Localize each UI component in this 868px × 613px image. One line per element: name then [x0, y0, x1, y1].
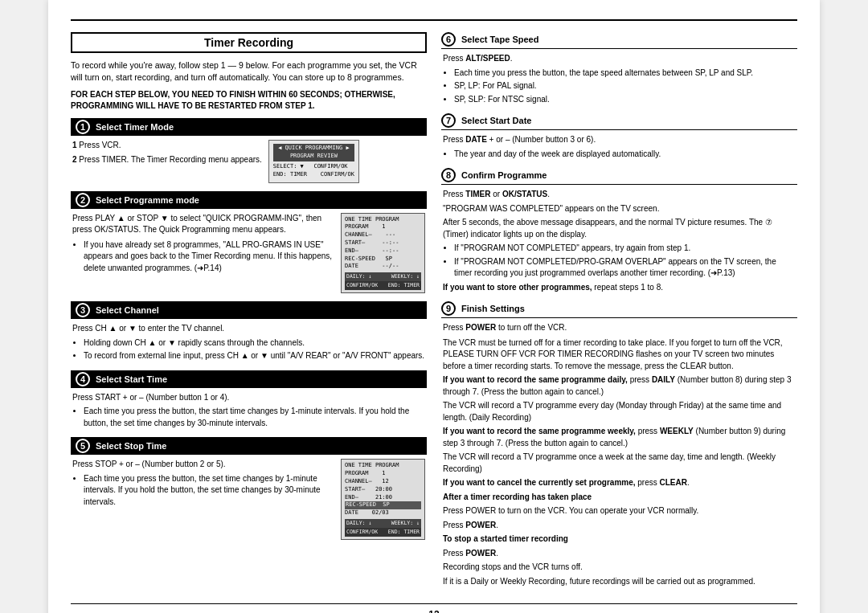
- step-1-header: 1 Select Timer Mode: [71, 118, 427, 136]
- step-9-body: Press POWER to turn off the VCR. The VCR…: [441, 322, 797, 587]
- page-title: Timer Recording: [71, 32, 427, 53]
- step-8-body: Press TIMER or OK/STATUS. "PROGRAM WAS C…: [441, 189, 797, 293]
- step-3-title: Select Channel: [96, 305, 159, 315]
- step-1-section: 1 Select Timer Mode 1 Press VCR. 2 Press…: [71, 118, 427, 182]
- step-3-body: Press CH ▲ or ▼ to enter the TV channel.…: [71, 323, 427, 362]
- step-6-number: 6: [441, 32, 456, 47]
- step-4-number: 4: [76, 372, 90, 386]
- step-1-body: 1 Press VCR. 2 Press TIMER. The Timer Re…: [71, 140, 427, 182]
- step-2-number: 2: [76, 193, 90, 207]
- step-5-header: 5 Select Stop Time: [71, 437, 427, 455]
- step-2-section: 2 Select Programme mode Press PLAY ▲ or …: [71, 191, 427, 294]
- right-column: 6 Select Tape Speed Press ALT/SPEED. Eac…: [441, 32, 797, 595]
- page-number: 12: [71, 603, 797, 613]
- step-8-title: Confirm Programme: [461, 170, 547, 180]
- page: Timer Recording To record while you're a…: [48, 0, 820, 613]
- step-2-body: Press PLAY ▲ or STOP ▼ to select "QUICK …: [71, 213, 427, 294]
- step-8-section: 8 Confirm Programme Press TIMER or OK/ST…: [441, 168, 797, 293]
- step-2-screen: ONE TIME PROGRAM PROGRAM 1 CHANNEL— --- …: [341, 213, 425, 294]
- step-3-section: 3 Select Channel Press CH ▲ or ▼ to ente…: [71, 301, 427, 362]
- step-6-header: 6 Select Tape Speed: [441, 32, 797, 49]
- step-1-screen: ◀ QUICK PROGRAMMING ▶PROGRAM REVIEW SELE…: [268, 140, 359, 182]
- step-9-title: Finish Settings: [461, 304, 525, 313]
- step-2-header: 2 Select Programme mode: [71, 191, 427, 209]
- step-1-number: 1: [76, 120, 90, 134]
- step-7-title: Select Start Date: [461, 116, 531, 125]
- step-6-title: Select Tape Speed: [461, 35, 538, 44]
- step-7-number: 7: [441, 113, 456, 128]
- step-4-header: 4 Select Start Time: [71, 370, 427, 388]
- step-2-title: Select Programme mode: [96, 195, 199, 205]
- step-7-body: Press DATE + or – (Number button 3 or 6)…: [441, 134, 797, 160]
- step-4-title: Select Start Time: [96, 374, 167, 384]
- step-4-body: Press START + or – (Number button 1 or 4…: [71, 392, 427, 430]
- step-5-title: Select Stop Time: [96, 441, 166, 451]
- step-6-section: 6 Select Tape Speed Press ALT/SPEED. Eac…: [441, 32, 797, 105]
- step-9-number: 9: [441, 301, 456, 316]
- step-7-header: 7 Select Start Date: [441, 113, 797, 130]
- step-3-header: 3 Select Channel: [71, 301, 427, 319]
- step-4-section: 4 Select Start Time Press START + or – (…: [71, 370, 427, 430]
- step-9-header: 9 Finish Settings: [441, 301, 797, 318]
- step-8-number: 8: [441, 168, 456, 182]
- step-7-section: 7 Select Start Date Press DATE + or – (N…: [441, 113, 797, 160]
- intro-text: To record while you're away, follow step…: [71, 59, 427, 84]
- left-column: Timer Recording To record while you're a…: [71, 32, 427, 595]
- step-6-body: Press ALT/SPEED. Each time you press the…: [441, 53, 797, 105]
- step-5-section: 5 Select Stop Time Press STOP + or – (Nu…: [71, 437, 427, 540]
- step-5-screen: ONE TIME PROGRAM PROGRAM 1 CHANNEL— 12 S…: [341, 459, 425, 540]
- step-5-body: Press STOP + or – (Number button 2 or 5)…: [71, 459, 427, 540]
- step-1-title: Select Timer Mode: [96, 122, 174, 132]
- step-5-number: 5: [76, 439, 90, 453]
- warning-text: FOR EACH STEP BELOW, YOU NEED TO FINISH …: [71, 89, 427, 112]
- step-3-number: 3: [76, 303, 90, 317]
- step-9-section: 9 Finish Settings Press POWER to turn of…: [441, 301, 797, 587]
- step-8-header: 8 Confirm Programme: [441, 168, 797, 185]
